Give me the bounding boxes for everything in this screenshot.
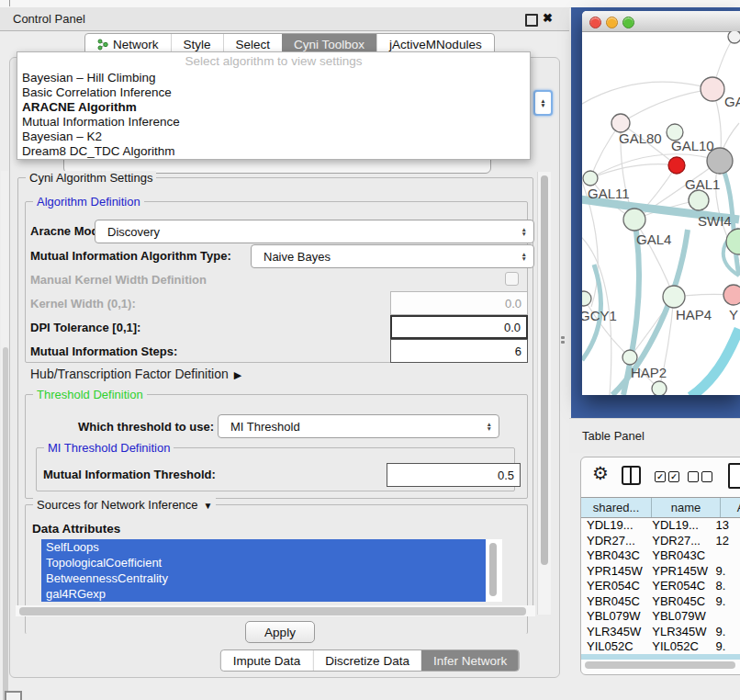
attribute-item[interactable]: gal4RGexp xyxy=(41,586,486,602)
tab-label: Infer Network xyxy=(433,654,507,668)
which-threshold-select[interactable]: MI Threshold ▲▼ xyxy=(218,414,499,438)
algorithm-option[interactable]: Dream8 DC_TDC Algorithm xyxy=(17,144,530,159)
algorithm-option[interactable]: Bayesian – Hill Climbing xyxy=(17,71,530,85)
table-row[interactable]: YIL052CYIL052C9. xyxy=(581,639,740,655)
table-cell: YBR043C xyxy=(581,548,646,564)
minimize-traffic-light-icon[interactable] xyxy=(606,17,618,28)
network-node-label: HAP2 xyxy=(631,365,667,380)
table-cell: YBR043C xyxy=(646,548,710,564)
control-panel-titlebar: Control Panel ✖ xyxy=(0,7,569,31)
tab-infer-network[interactable]: Infer Network xyxy=(421,650,519,671)
table-row[interactable]: YPR145WYPR145W9. xyxy=(581,564,740,580)
settings-hscrollbar-thumb[interactable] xyxy=(19,607,526,615)
apply-button[interactable]: Apply xyxy=(245,621,315,643)
tab-label: jActiveMNodules xyxy=(389,38,482,51)
manual-kernel-checkbox[interactable] xyxy=(505,272,519,286)
mi-steps-value: 6 xyxy=(515,344,521,358)
table-cell: 9. xyxy=(711,625,740,640)
mi-threshold-value: 0.5 xyxy=(498,469,514,482)
network-node-gal1[interactable] xyxy=(689,190,709,210)
dpi-tolerance-value: 0.0 xyxy=(504,321,521,334)
split-columns-icon[interactable] xyxy=(622,466,641,485)
expanded-arrow-icon: ▼ xyxy=(204,501,213,511)
tab-label: Discretize Data xyxy=(325,654,409,668)
network-node-label: GCY1 xyxy=(582,308,617,323)
stepper-arrows-icon: ▲▼ xyxy=(487,415,492,437)
table-row[interactable]: YBR045CYBR045C9. xyxy=(581,594,740,610)
column-header[interactable]: shared... xyxy=(581,498,652,517)
attr-list-scrollbar-thumb[interactable] xyxy=(489,543,497,596)
table-cell: 9. xyxy=(711,564,740,580)
hub-definition-label: Hub/Transcription Factor Definition xyxy=(30,367,229,381)
column-header[interactable]: name xyxy=(652,498,721,517)
network-node-label: GAL10 xyxy=(671,138,714,153)
table-hscrollbar-thumb[interactable] xyxy=(585,661,735,669)
float-window-icon[interactable] xyxy=(525,14,538,27)
tab-impute-data[interactable]: Impute Data xyxy=(221,650,313,671)
algorithm-definition-title: Algorithm Definition xyxy=(33,195,144,209)
network-node-gal[interactable] xyxy=(701,77,724,101)
network-node[interactable] xyxy=(668,157,685,174)
algorithm-option[interactable]: ARACNE Algorithm xyxy=(17,100,530,115)
attribute-item[interactable]: TopologicalCoefficient xyxy=(41,555,486,570)
settings-vscrollbar-track xyxy=(537,172,551,615)
network-node[interactable] xyxy=(728,31,740,43)
settings-vscrollbar-thumb[interactable] xyxy=(541,175,548,565)
network-canvas[interactable]: GALGAL80GAL10GAL11GAL1GAL4SWI4GCY1HAP4YH… xyxy=(582,31,740,395)
algorithm-option[interactable]: Bayesian – K2 xyxy=(17,130,530,144)
panel-left-scrollbar-track xyxy=(1,171,8,610)
aracne-mode-select[interactable]: Discovery ▲▼ xyxy=(95,220,534,243)
network-node-label: GAL80 xyxy=(619,130,662,146)
attribute-item[interactable]: BetweennessCentrality xyxy=(41,570,486,586)
mi-threshold-field[interactable]: 0.5 xyxy=(387,463,521,487)
network-node-gcy1[interactable] xyxy=(582,291,591,306)
table-cell: YER054C xyxy=(646,579,710,594)
table-row[interactable]: YDR27...YDR27...12 xyxy=(581,534,740,549)
cyni-bottom-tabbar: Impute DataDiscretize DataInfer Network xyxy=(220,649,520,672)
table-row[interactable]: YLR345WYLR345W9. xyxy=(581,625,740,640)
table-row[interactable]: YER054CYER054C8. xyxy=(581,579,740,594)
column-header[interactable]: A xyxy=(721,498,740,517)
mi-steps-field[interactable]: 6 xyxy=(390,339,528,363)
select-columns-icon[interactable]: ✓✓ xyxy=(655,471,679,482)
deselect-columns-icon[interactable] xyxy=(688,471,712,482)
table-cell xyxy=(711,609,740,625)
table-row[interactable]: YDL19...YDL19...13 xyxy=(581,518,740,534)
panel-left-scrollbar-thumb[interactable] xyxy=(3,347,8,700)
zoom-traffic-light-icon[interactable] xyxy=(622,17,634,28)
app-root: Control Panel ✖ NetworkStyleSelectCyni T… xyxy=(0,0,740,700)
data-attributes-list[interactable]: SelfLoopsTopologicalCoefficientBetweenne… xyxy=(41,539,486,602)
algorithm-option[interactable]: Basic Correlation Inference xyxy=(17,85,530,100)
mi-type-select[interactable]: Naive Bayes ▲▼ xyxy=(251,244,534,268)
stepper-arrows-icon: ▲▼ xyxy=(521,245,527,267)
table-cell: 13 xyxy=(711,518,740,534)
splitter-grip[interactable] xyxy=(561,336,566,344)
network-node-hap2[interactable] xyxy=(622,350,637,365)
gear-icon[interactable]: ⚙ xyxy=(592,462,609,484)
attribute-item[interactable]: SelfLoops xyxy=(41,539,486,555)
close-traffic-light-icon[interactable] xyxy=(589,17,601,28)
algorithm-combo-stepper[interactable]: ▲▼ xyxy=(533,90,553,116)
network-node-swi4[interactable] xyxy=(726,229,740,254)
dpi-tolerance-field[interactable]: 0.0 xyxy=(390,315,528,339)
algorithm-option[interactable]: Mutual Information Inference xyxy=(17,115,530,130)
kernel-width-value: 0.0 xyxy=(505,297,521,310)
network-node-label: GAL xyxy=(724,94,740,109)
document-icon[interactable] xyxy=(728,463,740,489)
close-icon[interactable]: ✖ xyxy=(543,11,553,25)
network-node-hap4[interactable] xyxy=(663,286,685,308)
network-node-gal11[interactable] xyxy=(583,171,598,186)
network-node-gal4[interactable] xyxy=(623,209,645,231)
minimized-panel-icon[interactable] xyxy=(5,691,22,700)
network-node-gal80[interactable] xyxy=(611,114,630,132)
network-view-window[interactable]: GALGAL80GAL10GAL11GAL1GAL4SWI4GCY1HAP4YH… xyxy=(582,11,740,395)
table-row[interactable]: YBR043CYBR043C xyxy=(581,548,740,564)
network-node-label: HAP4 xyxy=(676,307,712,322)
table-row[interactable]: YBL079WYBL079W xyxy=(581,609,740,625)
network-window-titlebar[interactable] xyxy=(582,11,740,32)
network-node[interactable] xyxy=(652,381,667,395)
tab-discretize-data[interactable]: Discretize Data xyxy=(312,650,421,671)
mi-steps-label: Mutual Information Steps: xyxy=(30,344,177,358)
hub-definition-toggle[interactable]: Hub/Transcription Factor Definition▶ xyxy=(30,367,241,381)
network-node-y[interactable] xyxy=(723,285,740,305)
